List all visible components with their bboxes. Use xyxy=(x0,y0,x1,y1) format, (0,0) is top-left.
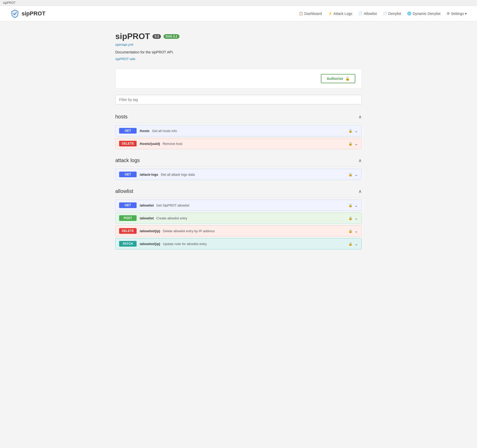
endpoint-desc: Get SipPROT allowlist xyxy=(156,203,348,207)
chevron-down-icon[interactable]: ⌄ xyxy=(355,128,358,133)
endpoint-actions: 🔒 ⌄ xyxy=(348,141,358,146)
nav-dynamic-denylist[interactable]: 🌐 Dynamic Denylist xyxy=(407,12,440,16)
lock-icon: 🔒 xyxy=(348,203,352,207)
lock-icon: 🔒 xyxy=(348,173,352,176)
method-badge-patch: PATCH xyxy=(119,241,137,247)
endpoint-get-allowlist[interactable]: GET /allowlist Get SipPROT allowlist 🔒 ⌄ xyxy=(115,200,362,211)
nav-attack-logs-label: Attack Logs xyxy=(333,12,352,16)
section-attack-logs-header[interactable]: attack logs ∧ xyxy=(115,154,362,167)
method-badge-get: GET xyxy=(119,128,137,134)
dashboard-icon: 📋 xyxy=(299,12,303,15)
nav-settings[interactable]: ⚙ Settings ▾ xyxy=(447,12,467,16)
section-allowlist-title: allowlist xyxy=(115,188,133,194)
nav-settings-label: Settings ▾ xyxy=(451,12,467,16)
endpoint-get-hosts[interactable]: GET /hosts Get all hosts info 🔒 ⌄ xyxy=(115,125,362,136)
endpoint-path: /allowlist/{ip} xyxy=(140,229,160,233)
attack-logs-icon: ⚡ xyxy=(328,12,332,15)
lock-icon: 🔒 xyxy=(348,242,352,246)
dynamic-denylist-icon: 🌐 xyxy=(407,12,411,15)
nav-denylist[interactable]: 📄 Denylist xyxy=(383,12,401,16)
section-hosts-title: hosts xyxy=(115,114,128,120)
nav-attack-logs[interactable]: ⚡ Attack Logs xyxy=(328,12,352,16)
authorize-label: Authorize xyxy=(327,77,343,81)
section-attack-logs-title: attack logs xyxy=(115,157,140,163)
endpoint-path: /attack-logs xyxy=(140,173,158,176)
endpoint-desc: Update note for allowlist entry xyxy=(163,242,348,246)
version-badge: 5.3 xyxy=(152,34,161,39)
brand-name: sipPROT xyxy=(22,10,45,17)
method-badge-delete: DELETE xyxy=(119,228,137,234)
brand[interactable]: sipPROT xyxy=(10,9,45,18)
chevron-down-icon[interactable]: ⌄ xyxy=(355,216,358,221)
section-attack-logs: attack logs ∧ GET /attack-logs Get all a… xyxy=(115,154,362,180)
authorize-button[interactable]: Authorize 🔓 xyxy=(321,74,355,83)
wiki-link[interactable]: sipPROT wiki xyxy=(115,57,135,61)
endpoint-actions: 🔒 ⌄ xyxy=(348,229,358,234)
authorize-lock-icon: 🔓 xyxy=(345,77,350,81)
endpoint-get-attack-logs[interactable]: GET /attack-logs Get all attack logs dat… xyxy=(115,169,362,180)
navbar: sipPROT 📋 Dashboard ⚡ Attack Logs 📄 Allo… xyxy=(0,6,477,21)
endpoint-actions: 🔒 ⌄ xyxy=(348,203,358,208)
nav-denylist-label: Denylist xyxy=(388,12,401,16)
lock-icon: 🔒 xyxy=(348,142,352,146)
spec-link[interactable]: openapi.yml xyxy=(115,43,362,46)
chevron-down-icon[interactable]: ⌄ xyxy=(355,241,358,246)
nav-allowlist[interactable]: 📄 Allowlist xyxy=(358,12,377,16)
nav-dynamic-denylist-label: Dynamic Denylist xyxy=(413,12,440,16)
endpoint-actions: 🔒 ⌄ xyxy=(348,216,358,221)
settings-icon: ⚙ xyxy=(447,12,450,15)
api-description: Documentation for the sipPROT API. xyxy=(115,50,362,54)
lock-icon: 🔒 xyxy=(348,216,352,220)
method-badge-get: GET xyxy=(119,172,137,177)
endpoint-path: /allowlist/{ip} xyxy=(140,242,160,246)
endpoint-desc: Delete allowlist entry by IP address xyxy=(163,229,348,233)
section-hosts: hosts ∧ GET /hosts Get all hosts info 🔒 … xyxy=(115,111,362,149)
nav-dashboard[interactable]: 📋 Dashboard xyxy=(299,12,322,16)
api-title-row: sipPROT 5.3 OAS 3.1 xyxy=(115,32,362,41)
endpoint-delete-allowlist-ip[interactable]: DELETE /allowlist/{ip} Delete allowlist … xyxy=(115,225,362,237)
method-badge-post: POST xyxy=(119,215,137,221)
oas-badge: OAS 3.1 xyxy=(164,34,179,39)
chevron-down-icon[interactable]: ⌄ xyxy=(355,141,358,146)
method-badge-delete: DELETE xyxy=(119,141,137,146)
api-title: sipPROT xyxy=(115,32,150,41)
section-allowlist-header[interactable]: allowlist ∧ xyxy=(115,185,362,198)
endpoint-actions: 🔒 ⌄ xyxy=(348,241,358,246)
chevron-down-icon[interactable]: ⌄ xyxy=(355,229,358,234)
api-header: sipPROT 5.3 OAS 3.1 openapi.yml Document… xyxy=(115,32,362,61)
allowlist-chevron-icon: ∧ xyxy=(358,189,362,194)
nav-dashboard-label: Dashboard xyxy=(304,12,322,16)
hosts-chevron-icon: ∧ xyxy=(358,114,362,120)
brand-icon xyxy=(10,9,20,18)
title-bar-label: sipPROT xyxy=(3,1,16,5)
filter-input[interactable] xyxy=(115,95,362,105)
endpoint-path: /allowlist xyxy=(140,203,154,207)
attack-logs-chevron-icon: ∧ xyxy=(358,158,362,163)
endpoint-delete-hosts-uuid[interactable]: DELETE /hosts/{uuid} Remove host 🔒 ⌄ xyxy=(115,138,362,149)
main-content: sipPROT 5.3 OAS 3.1 openapi.yml Document… xyxy=(110,21,367,265)
endpoint-post-allowlist[interactable]: POST /allowlist Create allowlist entry 🔒… xyxy=(115,212,362,224)
endpoint-actions: 🔒 ⌄ xyxy=(348,172,358,177)
chevron-down-icon[interactable]: ⌄ xyxy=(355,203,358,208)
endpoint-path: /hosts xyxy=(140,129,149,133)
denylist-icon: 📄 xyxy=(383,12,387,15)
nav-allowlist-label: Allowlist xyxy=(364,12,377,16)
section-hosts-header[interactable]: hosts ∧ xyxy=(115,111,362,123)
method-badge-get: GET xyxy=(119,202,137,208)
authorize-section: Authorize 🔓 xyxy=(115,69,362,89)
filter-section xyxy=(115,95,362,105)
lock-icon: 🔒 xyxy=(348,229,352,233)
lock-icon: 🔒 xyxy=(348,129,352,133)
endpoint-path: /hosts/{uuid} xyxy=(140,142,160,146)
navbar-nav: 📋 Dashboard ⚡ Attack Logs 📄 Allowlist 📄 … xyxy=(299,12,467,16)
endpoint-desc: Get all attack logs data xyxy=(161,173,348,176)
allowlist-icon: 📄 xyxy=(358,12,362,15)
endpoint-desc: Get all hosts info xyxy=(152,129,348,133)
title-bar: sipPROT xyxy=(0,0,477,6)
endpoint-path: /allowlist xyxy=(140,216,154,220)
endpoint-patch-allowlist-ip[interactable]: PATCH /allowlist/{ip} Update note for al… xyxy=(115,238,362,249)
endpoint-desc: Create allowlist entry xyxy=(156,216,348,220)
endpoint-desc: Remove host xyxy=(163,142,348,146)
chevron-down-icon[interactable]: ⌄ xyxy=(355,172,358,177)
endpoint-actions: 🔒 ⌄ xyxy=(348,128,358,133)
